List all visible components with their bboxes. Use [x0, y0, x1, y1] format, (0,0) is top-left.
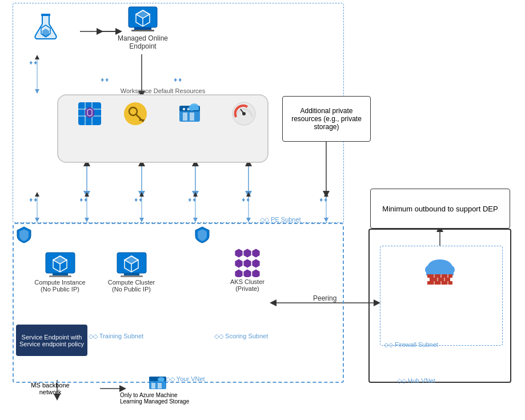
compute-instance-label: Compute Instance(No Public IP) — [34, 279, 85, 293]
diamond-arrow-top-1: ⬧⬧ — [29, 57, 38, 66]
svg-marker-64 — [235, 249, 243, 258]
svg-rect-77 — [427, 274, 452, 278]
training-subnet-label: ◇◇ Training Subnet — [89, 333, 143, 340]
peering-label: Peering — [313, 294, 336, 302]
svg-rect-91 — [158, 383, 162, 389]
svg-rect-42 — [183, 113, 187, 121]
svg-marker-69 — [252, 259, 260, 268]
workspace-default-resources-label: Workspace Default Resources — [121, 87, 205, 94]
svg-marker-66 — [252, 249, 260, 258]
additional-private-resources-label: Additional private resources (e.g., priv… — [286, 107, 367, 131]
svg-rect-59 — [124, 273, 139, 275]
key-vault-icon — [118, 101, 153, 126]
svg-rect-20 — [134, 27, 151, 30]
svg-rect-43 — [190, 113, 194, 121]
azure-ml-logo-icon — [24, 13, 67, 42]
scoring-subnet-label: ◇◇ Scoring Subnet — [214, 333, 268, 340]
svg-rect-53 — [53, 273, 68, 275]
ms-backbone-label: MS backbone network — [22, 382, 79, 395]
svg-point-92 — [158, 377, 165, 382]
svg-marker-72 — [252, 269, 260, 277]
storage-icon — [173, 101, 207, 126]
service-endpoint-label: Service Endpoint with Service endpoint p… — [18, 334, 85, 347]
shield-right-icon — [194, 226, 210, 244]
shield-left-icon — [16, 226, 32, 244]
compute-cluster-label: Compute Cluster(No Public IP) — [108, 279, 155, 293]
service-endpoint-box: Service Endpoint with Service endpoint p… — [16, 325, 87, 356]
managed-storage-label: Only to Azure Machine Learning Managed S… — [120, 392, 197, 405]
managed-online-endpoint-label: Managed Online Endpoint — [111, 34, 174, 50]
workspace-default-resources-box: Workspace Default Resources — [57, 94, 268, 163]
svg-marker-70 — [235, 269, 243, 277]
diamond-arrow-5: ⬧⬧ — [241, 194, 250, 203]
managed-storage-icon: Only to Azure Machine Learning Managed S… — [120, 376, 197, 405]
hub-vnet-label: ◇◇ Hub VNet — [397, 377, 435, 385]
managed-online-endpoint-icon: Managed Online Endpoint — [111, 6, 174, 50]
svg-rect-25 — [41, 14, 50, 16]
firewall-subnet-label: ◇◇ Firewall Subnet — [384, 341, 438, 349]
aks-cluster-icon: AKS Cluster(Private) — [216, 246, 279, 292]
main-diagram: Managed Online Endpoint Workspace Defaul… — [0, 0, 525, 420]
compute-cluster-icon: Compute Cluster(No Public IP) — [100, 251, 163, 293]
svg-rect-48 — [190, 107, 199, 110]
svg-rect-54 — [49, 275, 71, 277]
min-outbound-label: Minimum outbound to support DEP — [382, 205, 498, 213]
firewall-icon — [417, 256, 463, 287]
svg-rect-44 — [183, 108, 185, 110]
svg-rect-90 — [151, 383, 155, 389]
diamond-arrow-1: ⬧⬧ — [29, 194, 38, 203]
svg-rect-60 — [121, 275, 143, 277]
diamond-arrow-3: ⬧⬧ — [134, 194, 143, 203]
additional-private-resources-box: Additional private resources (e.g., priv… — [282, 96, 371, 142]
your-vnet-box — [13, 223, 344, 383]
diamond-arrow-6: ⬧⬧ — [319, 194, 328, 203]
aks-cluster-label: AKS Cluster(Private) — [230, 278, 264, 292]
pe-subnet-label: ◇◇ PE Subnet — [260, 216, 301, 223]
ms-backbone-network-icon: MS backbone network — [22, 382, 79, 395]
svg-rect-21 — [131, 30, 154, 31]
svg-marker-68 — [243, 259, 251, 268]
diamond-arrow-4: ⬧⬧ — [187, 194, 197, 203]
svg-marker-67 — [235, 259, 243, 268]
diamond-arrow-top-3: ⬧⬧ — [173, 74, 182, 83]
compute-instance-icon: Compute Instance(No Public IP) — [29, 251, 91, 293]
svg-marker-65 — [243, 249, 251, 258]
diamond-arrow-2: ⬧⬧ — [79, 194, 88, 203]
diamond-arrow-top-2: ⬧⬧ — [100, 74, 109, 83]
table-storage-icon — [70, 101, 110, 126]
min-outbound-box: Minimum outbound to support DEP — [370, 189, 510, 229]
svg-marker-71 — [243, 269, 251, 277]
monitor-icon — [227, 101, 261, 126]
svg-rect-84 — [427, 281, 452, 285]
svg-rect-81 — [430, 278, 450, 281]
